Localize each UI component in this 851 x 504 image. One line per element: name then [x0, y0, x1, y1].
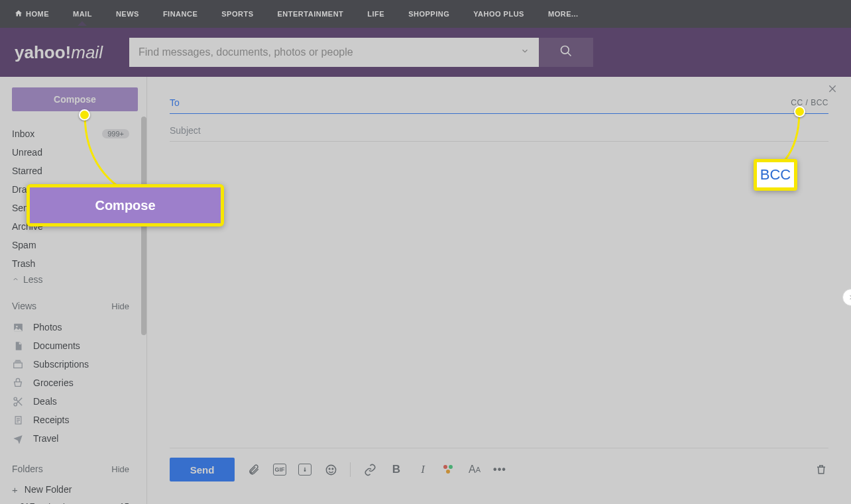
link-icon[interactable] [363, 462, 377, 477]
folder-starred[interactable]: Starred [12, 162, 141, 180]
svg-point-8 [14, 403, 17, 405]
new-folder-button[interactable]: + New Folder [12, 481, 141, 498]
nav-entertainment[interactable]: ENTERTAINMENT [278, 10, 344, 18]
toolbar-separator [350, 462, 351, 477]
cc-bcc-toggle[interactable]: CC / BCC [791, 98, 828, 107]
svg-rect-4 [14, 363, 23, 368]
folder-label: Trash [12, 258, 35, 269]
close-button[interactable] [827, 83, 838, 97]
callout-compose: Compose [27, 184, 224, 227]
view-photos[interactable]: Photos [12, 318, 141, 336]
folder-label: Inbox [12, 128, 34, 139]
compose-button[interactable]: Compose [12, 87, 138, 111]
font-small: A [476, 466, 481, 474]
less-label: Less [23, 274, 43, 285]
view-documents[interactable]: Documents [12, 336, 141, 355]
callout-bcc-label[interactable]: BCC [757, 162, 794, 187]
folder-count: 999+ [102, 129, 129, 138]
attach-icon[interactable] [247, 462, 261, 477]
color-icon[interactable] [442, 462, 457, 477]
view-travel[interactable]: Travel [12, 429, 141, 448]
compose-toolbar: Send GIF B I AA ••• [170, 448, 828, 491]
view-label: Receipts [33, 415, 69, 425]
svg-point-0 [561, 46, 569, 54]
emoji-icon[interactable] [323, 462, 338, 477]
to-field[interactable]: To CC / BCC [170, 91, 828, 114]
view-subscriptions[interactable]: Subscriptions [12, 355, 141, 374]
compose-area: To CC / BCC Subject Send GIF B I AA ••• [147, 77, 851, 504]
main: Compose Inbox 999+ Unread Starred Drafts… [0, 77, 851, 504]
less-toggle[interactable]: Less [12, 274, 141, 285]
view-deals[interactable]: Deals [12, 392, 141, 411]
nav-more[interactable]: MORE... [548, 10, 579, 18]
folder-label: Unread [12, 147, 42, 158]
search-input[interactable]: Find messages, documents, photos or peop… [129, 38, 539, 67]
receipt-icon [12, 415, 24, 426]
subscriptions-icon [12, 360, 24, 370]
nav-home[interactable]: HOME [15, 9, 49, 19]
nav-shopping[interactable]: SHOPPING [408, 10, 449, 18]
user-folder-count: 15 [120, 501, 129, 505]
nav-yahoo-plus[interactable]: YAHOO PLUS [473, 10, 524, 18]
search-button[interactable] [539, 38, 593, 67]
callout-compose-button[interactable]: Compose [30, 187, 221, 223]
svg-point-3 [15, 325, 17, 327]
chevron-down-icon[interactable] [520, 46, 530, 58]
nav-label: HOME [26, 10, 49, 18]
folder-spam[interactable]: Spam [12, 236, 141, 254]
send-button[interactable]: Send [170, 458, 235, 481]
views-header: Views Hide [12, 301, 141, 311]
folder-label: Starred [12, 166, 42, 176]
nav-finance[interactable]: FINANCE [163, 10, 198, 18]
nav-news[interactable]: NEWS [116, 10, 139, 18]
svg-rect-17 [304, 470, 306, 472]
view-label: Travel [33, 433, 58, 444]
document-icon [12, 340, 24, 352]
stationery-icon[interactable] [298, 464, 312, 476]
user-folder[interactable]: 01Facebook 15 [12, 498, 141, 504]
plane-icon [12, 433, 24, 444]
subject-label: Subject [170, 125, 201, 136]
nav-sports[interactable]: SPORTS [221, 10, 253, 18]
nav-mail[interactable]: MAIL [73, 10, 92, 18]
plus-icon: + [12, 484, 18, 495]
to-label: To [170, 97, 180, 108]
search-wrap: Find messages, documents, photos or peop… [129, 38, 593, 67]
views-hide[interactable]: Hide [111, 301, 129, 311]
sidebar: Compose Inbox 999+ Unread Starred Drafts… [0, 77, 147, 504]
callout-dot-bcc [794, 106, 805, 117]
callout-bcc: BCC [754, 159, 797, 191]
bold-icon[interactable]: B [389, 462, 404, 477]
logo-product: mail [71, 42, 103, 62]
gif-icon[interactable]: GIF [273, 464, 286, 476]
top-nav: HOME MAIL NEWS FINANCE SPORTS ENTERTAINM… [0, 0, 851, 28]
view-groceries[interactable]: Groceries [12, 374, 141, 392]
italic-icon[interactable]: I [416, 462, 430, 477]
search-icon [559, 44, 573, 60]
message-body[interactable] [170, 142, 828, 446]
svg-point-7 [14, 397, 17, 400]
trash-icon[interactable] [814, 462, 828, 477]
nav-life[interactable]: LIFE [367, 10, 384, 18]
new-folder-label: New Folder [25, 484, 72, 495]
view-receipts[interactable]: Receipts [12, 411, 141, 429]
expand-panel-button[interactable] [842, 289, 851, 306]
svg-line-1 [567, 53, 571, 56]
folder-unread[interactable]: Unread [12, 143, 141, 162]
folder-label: Spam [12, 240, 36, 250]
more-icon[interactable]: ••• [492, 462, 507, 477]
font-large: A [469, 464, 476, 476]
view-label: Groceries [33, 378, 74, 388]
basket-icon [12, 378, 24, 388]
logo-brand: yahoo! [15, 42, 71, 62]
header: yahoo!mail Find messages, documents, pho… [0, 28, 851, 77]
folder-inbox[interactable]: Inbox 999+ [12, 125, 141, 143]
svg-point-18 [326, 465, 335, 474]
folders-header: Folders Hide [12, 464, 141, 474]
font-size-icon[interactable]: AA [469, 462, 481, 477]
folders-hide[interactable]: Hide [111, 464, 129, 474]
subject-field[interactable]: Subject [170, 119, 828, 142]
user-folder-name: 01Facebook [20, 501, 68, 505]
logo[interactable]: yahoo!mail [15, 42, 103, 63]
folder-trash[interactable]: Trash [12, 254, 141, 273]
